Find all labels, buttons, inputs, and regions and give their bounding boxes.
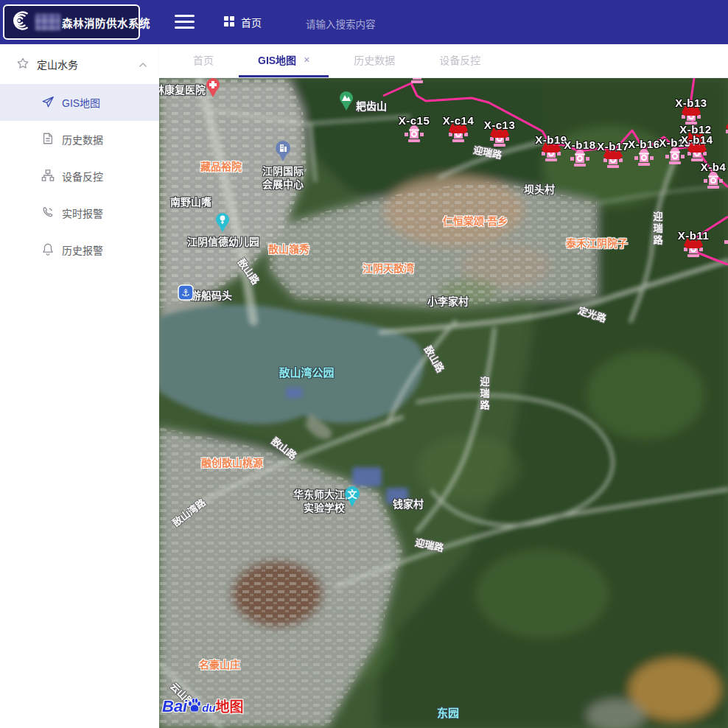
header-home-label: 首页 (241, 15, 262, 29)
sitemap-icon (41, 169, 55, 184)
phone-icon (41, 206, 55, 221)
sidebar-item-device-control[interactable]: 设备反控 (0, 158, 159, 195)
baidu-paw-icon (186, 697, 203, 718)
tab-close-icon[interactable]: × (304, 54, 309, 66)
tab-device-control[interactable]: 设备反控 (420, 44, 500, 77)
bell-icon (41, 242, 55, 258)
app-logo: 森林消防供水系统 (3, 4, 140, 40)
collapse-menu-icon[interactable] (175, 15, 195, 29)
sidebar-item-label: 历史数据 (62, 132, 103, 147)
dashboard-grid-icon (223, 15, 235, 29)
sidebar-item-history-alarm[interactable]: 历史报警 (0, 231, 159, 268)
sidebar-item-label: 设备反控 (62, 169, 103, 183)
hydrant-label: X-b16 (628, 138, 659, 150)
baidu-logo-suffix: 地图 (216, 699, 244, 715)
sidebar-item-history-data[interactable]: 历史数据 (0, 121, 159, 158)
tab-label: GIS地图 (258, 52, 296, 67)
hydrant-label: X-b14 (681, 133, 713, 146)
sidebar-group-label: 定山水务 (37, 57, 139, 71)
tab-gis-map[interactable]: GIS地图 × (239, 44, 329, 77)
sidebar-item-label: 实时报警 (62, 206, 103, 220)
hydrant-label: X-b13 (675, 97, 707, 109)
hydrant-label: X-b4 (701, 161, 727, 173)
sidebar-item-label: 历史报警 (62, 242, 103, 257)
hydrant-label: X-c14 (443, 114, 475, 127)
chevron-up-icon (139, 58, 147, 70)
hydrant-label: X-b18 (564, 139, 595, 151)
map-markers-layer: X-c15X-c14X-c13X-b19X-b18X-b17X-b16X-b15… (159, 78, 728, 728)
document-icon (41, 132, 55, 147)
send-icon (41, 95, 55, 111)
sidebar-item-label: GIS地图 (62, 95, 100, 110)
gis-map-canvas[interactable]: 林康复医院耙齿山藏品裕院江阴国际会展中心南野山嘴江阴信德幼儿园敔山嶺秀江阴天敔湾… (159, 78, 728, 728)
app-window: 森林消防供水系统 首页 请输入搜索内容 (0, 0, 728, 728)
logo-signal-icon (10, 8, 32, 36)
header-home-link[interactable]: 首页 (223, 13, 262, 31)
baidu-logo-text: Bai (162, 697, 187, 715)
tab-home[interactable]: 首页 (174, 44, 233, 77)
hydrant-label: X-b17 (597, 140, 629, 153)
hydrant-label: X-c15 (399, 114, 430, 127)
sidebar: 定山水务 GIS地图 历史数据 设备反控 (0, 44, 159, 728)
fire-hydrant-icon[interactable] (724, 117, 728, 145)
app-title: 森林消防供水系统 (62, 15, 150, 30)
baidu-logo-text2: du (202, 701, 215, 714)
tab-history-data[interactable]: 历史数据 (335, 44, 414, 77)
fire-hydrant-icon[interactable] (406, 78, 428, 89)
tab-label: 设备反控 (439, 52, 480, 67)
redacted-logo-text (35, 14, 60, 30)
app-header: 森林消防供水系统 首页 请输入搜索内容 (0, 0, 728, 44)
star-icon (16, 57, 29, 72)
tab-label: 首页 (193, 52, 214, 67)
hydrant-label: X-b11 (678, 229, 710, 242)
search-input[interactable]: 请输入搜索内容 (306, 16, 376, 31)
hydrant-label: X-b19 (535, 133, 567, 146)
fire-hydrant-icon[interactable] (723, 228, 728, 256)
sidebar-item-realtime-alarm[interactable]: 实时报警 (0, 195, 159, 231)
tab-label: 历史数据 (354, 52, 395, 67)
tab-bar: 首页 GIS地图 × 历史数据 设备反控 (159, 44, 728, 78)
sidebar-item-gis-map[interactable]: GIS地图 (0, 84, 159, 121)
hydrant-label: X-c13 (484, 119, 516, 131)
map-attribution-logo: Baidu地图 (162, 697, 244, 718)
sidebar-group-dingshan[interactable]: 定山水务 (0, 44, 159, 84)
